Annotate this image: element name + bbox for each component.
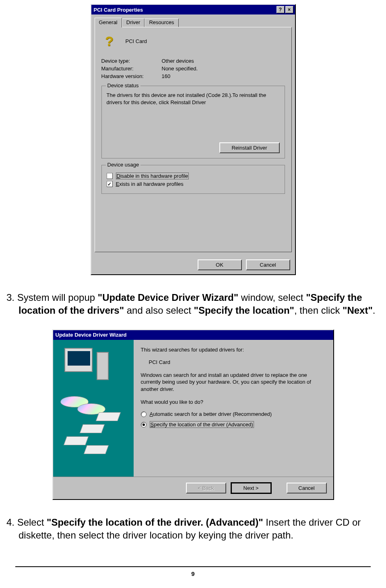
device-name: PCI Card [126, 38, 147, 44]
wizard-description: Windows can search for and install an up… [141, 372, 326, 393]
disable-profile-label: Disable in this hardware profile [116, 173, 189, 179]
exists-profiles-checkbox[interactable] [107, 181, 113, 187]
device-type-value: Other devices [162, 58, 194, 64]
device-usage-group: Device usage Disable in this hardware pr… [101, 165, 285, 194]
hardware-version-label: Hardware version: [101, 73, 162, 79]
exists-profiles-label: Exists in all hardware profiles [116, 181, 184, 187]
close-button[interactable]: × [285, 6, 293, 13]
pci-properties-dialog: PCI Card Properties ? × General Driver R… [91, 4, 296, 275]
radio-specify-label: Specify the location of the driver (Adva… [150, 421, 254, 428]
device-status-group: Device status The drivers for this devic… [101, 86, 285, 158]
tab-driver[interactable]: Driver [122, 19, 145, 27]
titlebar: PCI Card Properties ? × [91, 5, 295, 14]
wizard-content: This wizard searches for updated drivers… [134, 340, 333, 477]
radio-specify-location[interactable] [141, 422, 147, 428]
ok-button[interactable]: OK [198, 259, 242, 270]
device-status-text: The drivers for this device are not inst… [107, 92, 280, 140]
question-icon: ? [101, 33, 118, 49]
wizard-footer: < Back Next > Cancel [53, 477, 333, 499]
device-usage-legend: Device usage [106, 162, 141, 168]
tab-general[interactable]: General [95, 18, 122, 27]
wizard-body: This wizard searches for updated drivers… [53, 340, 333, 477]
disable-profile-checkbox[interactable] [107, 173, 113, 179]
dialog-footer: OK Cancel [91, 255, 295, 274]
dialog-title: PCI Card Properties [93, 7, 276, 13]
wizard-device: PCI Card [141, 359, 326, 366]
reinstall-driver-button[interactable]: Reinstall Driver [219, 142, 280, 153]
dialog-title: Update Device Driver Wizard [55, 332, 332, 338]
tab-body: ? PCI Card Device type: Other devices Ma… [95, 27, 292, 252]
device-type-label: Device type: [101, 58, 162, 64]
wizard-question: What would you like to do? [141, 399, 326, 406]
update-driver-wizard-dialog: Update Device Driver Wizard This wizard … [52, 329, 334, 500]
page-number: 9 [3, 570, 383, 577]
cancel-button[interactable]: Cancel [287, 483, 327, 493]
step-3-text: 3. System will popup "Update Device Driv… [6, 291, 380, 317]
radio-automatic-search[interactable] [141, 411, 147, 417]
wizard-intro: This wizard searches for updated drivers… [141, 346, 326, 354]
tabstrip: General Driver Resources [91, 14, 295, 27]
tab-resources[interactable]: Resources [144, 19, 178, 27]
titlebar: Update Device Driver Wizard [53, 330, 333, 340]
back-button: < Back [186, 483, 226, 493]
wizard-sidebar-image [53, 340, 134, 477]
footer-rule [15, 566, 371, 567]
radio-automatic-label: Automatic search for a better driver (Re… [150, 411, 272, 417]
manufacturer-label: Manufacturer: [101, 66, 162, 72]
device-status-legend: Device status [106, 82, 140, 88]
help-button[interactable]: ? [277, 6, 285, 13]
hardware-version-value: 160 [162, 73, 171, 79]
cancel-button[interactable]: Cancel [246, 259, 290, 270]
step-4-text: 4. Select "Specify the location of the d… [6, 516, 380, 542]
manufacturer-value: None specified. [162, 66, 198, 72]
next-button[interactable]: Next > [231, 483, 271, 493]
